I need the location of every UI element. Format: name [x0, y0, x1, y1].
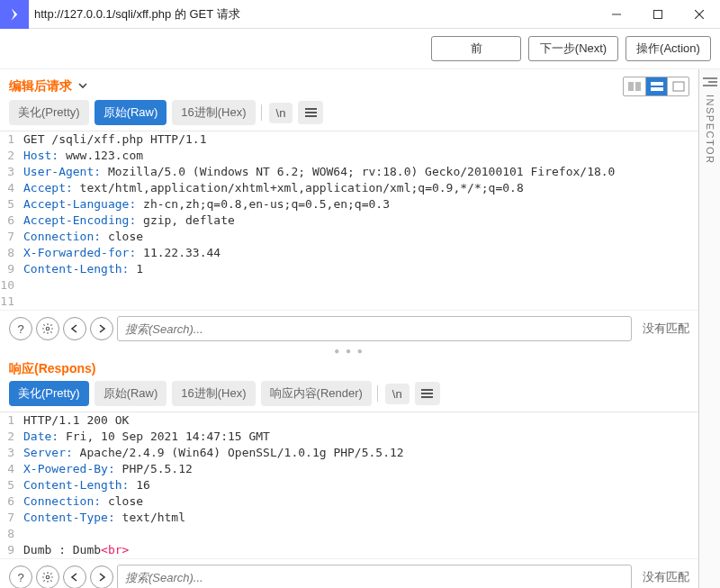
tab-hex-resp[interactable]: 16进制(Hex)	[172, 381, 255, 406]
svg-rect-7	[628, 82, 634, 91]
tab-newline[interactable]: \n	[269, 103, 293, 123]
tab-hex[interactable]: 16进制(Hex)	[172, 100, 255, 125]
svg-rect-10	[651, 87, 663, 91]
tab-newline-resp[interactable]: \n	[385, 384, 410, 404]
request-nomatch-label: 没有匹配	[635, 321, 689, 337]
chevron-down-icon[interactable]	[77, 80, 88, 94]
request-search-input[interactable]	[117, 316, 632, 341]
help-icon[interactable]: ?	[9, 565, 32, 588]
code-line: 1HTTP/1.1 200 OK	[0, 412, 698, 429]
gear-icon[interactable]	[36, 565, 59, 588]
request-body[interactable]: 1GET /sqli/xff.php HTTP/1.12Host: www.12…	[0, 131, 698, 310]
code-line: 1GET /sqli/xff.php HTTP/1.1	[0, 131, 698, 148]
tab-raw[interactable]: 原始(Raw)	[94, 100, 167, 125]
svg-rect-5	[708, 81, 717, 83]
svg-rect-1	[654, 10, 662, 18]
code-line: 3User-Agent: Mozilla/5.0 (Windows NT 6.2…	[0, 164, 698, 180]
response-tabbar: 美化(Pretty) 原始(Raw) 16进制(Hex) 响应内容(Render…	[0, 381, 698, 406]
titlebar: http://127.0.0.1/sqli/xff.php 的 GET 请求	[0, 0, 720, 29]
next-button[interactable]: 下一步(Next)	[528, 36, 618, 61]
request-title: 编辑后请求	[9, 78, 72, 95]
inspector-toggle-icon[interactable]	[702, 75, 718, 87]
tab-pretty-resp[interactable]: 美化(Pretty)	[9, 381, 89, 406]
action-button[interactable]: 操作(Action)	[626, 36, 711, 61]
maximize-button[interactable]	[637, 0, 679, 29]
code-line: 8X-Forwarded-for: 11.22.33.44	[0, 245, 698, 261]
code-line: 10	[0, 277, 698, 294]
inspector-label: INSPECTOR	[705, 95, 716, 164]
layout-columns-icon[interactable]	[624, 77, 645, 95]
code-line: 9Content-Length: 1	[0, 261, 698, 277]
prev-arrow-icon[interactable]	[63, 565, 86, 588]
splitter[interactable]: ● ● ●	[0, 347, 698, 354]
code-line: 5Accept-Language: zh-cn,zh;q=0.8,en-us;q…	[0, 196, 698, 213]
svg-rect-6	[703, 85, 717, 86]
svg-point-12	[46, 327, 50, 330]
tab-separator	[377, 385, 378, 402]
forward-button[interactable]: 前	[431, 36, 521, 61]
close-button[interactable]	[679, 0, 720, 29]
svg-rect-9	[651, 82, 663, 86]
next-arrow-icon[interactable]	[90, 565, 113, 588]
tab-separator	[261, 104, 262, 121]
tab-pretty[interactable]: 美化(Pretty)	[9, 100, 89, 125]
response-footer: ? 没有匹配	[0, 558, 698, 588]
tab-raw-resp[interactable]: 原始(Raw)	[94, 381, 167, 406]
hamburger-icon[interactable]	[298, 101, 323, 124]
help-icon[interactable]: ?	[9, 317, 32, 340]
inspector-sidebar[interactable]: INSPECTOR	[698, 69, 720, 588]
svg-rect-4	[703, 77, 717, 79]
app-icon	[0, 0, 29, 29]
code-line: 2Host: www.123.com	[0, 148, 698, 164]
layout-rows-icon[interactable]	[645, 77, 667, 95]
top-toolbar: 前 下一步(Next) 操作(Action)	[0, 29, 720, 69]
code-line: 3Server: Apache/2.4.9 (Win64) OpenSSL/1.…	[0, 445, 698, 461]
prev-arrow-icon[interactable]	[63, 317, 86, 340]
request-header: 编辑后请求	[0, 69, 698, 100]
svg-rect-8	[635, 82, 641, 91]
response-title: 响应(Respons)	[9, 361, 95, 377]
code-line: 4X-Powered-By: PHP/5.5.12	[0, 461, 698, 477]
window-title: http://127.0.0.1/sqli/xff.php 的 GET 请求	[29, 6, 596, 23]
response-body[interactable]: 1HTTP/1.1 200 OK2Date: Fri, 10 Sep 2021 …	[0, 412, 698, 558]
next-arrow-icon[interactable]	[90, 317, 113, 340]
request-tabbar: 美化(Pretty) 原始(Raw) 16进制(Hex) \n	[0, 100, 698, 125]
code-line: 6Accept-Encoding: gzip, deflate	[0, 213, 698, 229]
svg-point-13	[46, 575, 50, 579]
code-line: 11	[0, 294, 698, 310]
svg-rect-11	[673, 82, 684, 91]
code-line: 6Connection: close	[0, 493, 698, 510]
layout-toggle[interactable]	[623, 77, 689, 96]
code-line: 4Accept: text/html,application/xhtml+xml…	[0, 180, 698, 196]
code-line: 7Content-Type: text/html	[0, 510, 698, 526]
code-line: 9Dumb : Dumb<br>	[0, 542, 698, 558]
response-header: 响应(Respons)	[0, 354, 698, 381]
layout-single-icon[interactable]	[667, 77, 688, 95]
minimize-button[interactable]	[596, 0, 637, 29]
gear-icon[interactable]	[36, 317, 59, 340]
code-line: 2Date: Fri, 10 Sep 2021 14:47:15 GMT	[0, 429, 698, 445]
tab-render-resp[interactable]: 响应内容(Render)	[261, 381, 372, 406]
response-search-input[interactable]	[117, 565, 632, 588]
response-nomatch-label: 没有匹配	[635, 569, 689, 585]
code-line: 8	[0, 526, 698, 542]
code-line: 5Content-Length: 16	[0, 477, 698, 493]
code-line: 7Connection: close	[0, 229, 698, 245]
hamburger-icon[interactable]	[415, 382, 440, 405]
request-footer: ? 没有匹配	[0, 310, 698, 347]
